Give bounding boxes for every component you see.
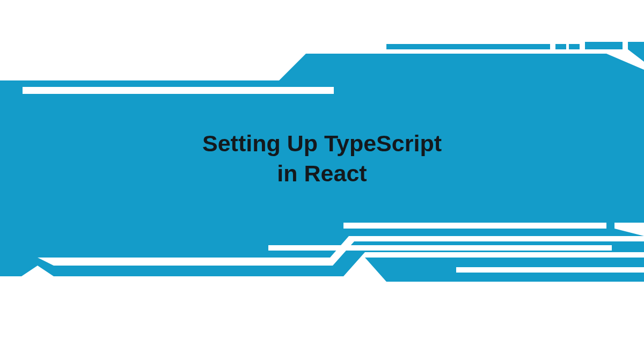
title-line-2: in React (277, 160, 367, 186)
svg-rect-4 (569, 44, 580, 49)
svg-marker-2 (386, 44, 550, 49)
svg-rect-13 (456, 267, 644, 273)
svg-rect-5 (585, 42, 623, 49)
svg-rect-3 (555, 44, 566, 49)
svg-marker-6 (628, 42, 644, 62)
svg-rect-1 (23, 87, 334, 94)
title-line-1: Setting Up TypeScript (202, 130, 442, 156)
svg-rect-7 (343, 223, 606, 229)
page-title: Setting Up TypeScript in React (0, 129, 644, 189)
svg-rect-11 (268, 245, 612, 251)
